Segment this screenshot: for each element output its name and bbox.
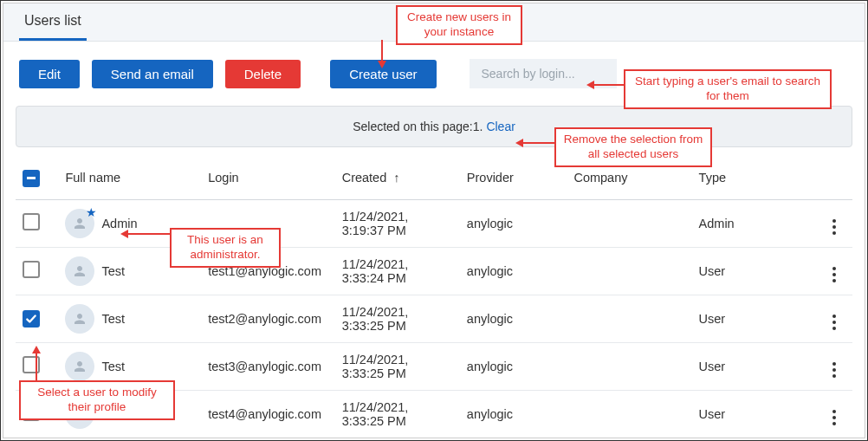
arrow-head-icon xyxy=(515,139,523,147)
selection-count: 1 xyxy=(473,120,480,133)
user-full-name: Test xyxy=(101,360,125,373)
row-checkbox[interactable] xyxy=(23,261,40,278)
user-login: test3@anylogic.com xyxy=(201,342,334,390)
annotation-clear: Remove the selection from all selected u… xyxy=(554,127,712,167)
user-company xyxy=(567,199,691,247)
arrow-line xyxy=(593,84,624,86)
row-menu-icon[interactable] xyxy=(826,362,843,378)
user-full-name: Test xyxy=(101,264,125,278)
annotation-select: Select a user to modify their profile xyxy=(19,380,175,420)
clear-selection-link[interactable]: Clear xyxy=(486,120,515,133)
col-full-name[interactable]: Full name xyxy=(65,171,120,185)
arrow-head-icon xyxy=(586,81,594,89)
annotation-search: Start typing a user's email to search fo… xyxy=(624,69,832,109)
admin-star-icon: ★ xyxy=(86,205,97,219)
sort-asc-icon: ↑ xyxy=(393,171,399,185)
user-login: test4@anylogic.com xyxy=(201,390,334,438)
user-type: User xyxy=(692,247,817,295)
user-company xyxy=(567,342,691,390)
table-header-row: Full name Login Created ↑ Provider Compa… xyxy=(16,156,852,199)
user-full-name: Admin xyxy=(101,217,137,230)
row-checkbox[interactable] xyxy=(23,356,40,373)
select-all-checkbox[interactable] xyxy=(23,170,40,187)
user-created: 11/24/2021, 3:33:25 PM xyxy=(335,390,460,438)
user-created: 11/24/2021, 3:33:25 PM xyxy=(335,342,460,390)
annotation-create-user: Create new users in your instance xyxy=(396,5,522,45)
row-checkbox[interactable] xyxy=(23,310,40,328)
user-company xyxy=(567,295,691,342)
send-email-button[interactable]: Send an email xyxy=(92,60,213,88)
user-type: User xyxy=(692,390,817,438)
arrow-line xyxy=(36,352,37,380)
user-company xyxy=(567,247,691,295)
user-created: 11/24/2021, 3:33:24 PM xyxy=(335,247,460,295)
row-checkbox[interactable] xyxy=(23,213,40,230)
user-provider: anylogic xyxy=(460,199,567,247)
col-type[interactable]: Type xyxy=(699,171,726,185)
user-provider: anylogic xyxy=(460,247,567,295)
row-menu-icon[interactable] xyxy=(826,410,843,425)
avatar xyxy=(65,256,94,286)
table-row: ★Admin11/24/2021, 3:19:37 PManylogicAdmi… xyxy=(16,199,852,247)
user-created: 11/24/2021, 3:33:25 PM xyxy=(335,295,460,342)
col-provider[interactable]: Provider xyxy=(467,171,514,185)
user-provider: anylogic xyxy=(460,295,567,342)
arrow-line xyxy=(381,40,383,62)
arrow-head-icon xyxy=(32,346,41,353)
user-type: Admin xyxy=(692,199,817,247)
arrow-line xyxy=(521,142,554,144)
page-title-tab[interactable]: Users list xyxy=(19,3,87,41)
delete-button[interactable]: Delete xyxy=(225,60,301,88)
col-created[interactable]: Created xyxy=(342,171,387,185)
user-provider: anylogic xyxy=(460,342,567,390)
user-full-name: Test xyxy=(101,312,125,326)
user-company xyxy=(567,390,691,438)
table-row: Testtest1@anylogic.com11/24/2021, 3:33:2… xyxy=(16,247,852,295)
annotation-admin: This user is an administrator. xyxy=(170,228,281,268)
avatar xyxy=(65,352,94,381)
col-login[interactable]: Login xyxy=(208,171,238,185)
selection-text-suffix: . xyxy=(479,120,483,133)
user-provider: anylogic xyxy=(460,390,567,438)
avatar xyxy=(65,304,94,334)
arrow-head-icon xyxy=(120,230,128,238)
selection-banner: Selected on this page: 1 . Clear xyxy=(16,106,852,147)
row-menu-icon[interactable] xyxy=(826,219,843,235)
user-created: 11/24/2021, 3:19:37 PM xyxy=(335,199,460,247)
row-menu-icon[interactable] xyxy=(826,267,843,282)
selection-text-prefix: Selected on this page: xyxy=(353,120,473,133)
row-menu-icon[interactable] xyxy=(826,315,843,330)
page-title: Users list xyxy=(24,13,81,29)
arrow-line xyxy=(126,233,170,235)
table-row: Testtest2@anylogic.com11/24/2021, 3:33:2… xyxy=(16,295,852,342)
arrow-head-icon xyxy=(378,61,386,68)
user-type: User xyxy=(692,342,817,390)
user-login: test2@anylogic.com xyxy=(201,295,334,342)
col-company[interactable]: Company xyxy=(573,171,627,185)
edit-button[interactable]: Edit xyxy=(19,60,80,88)
user-type: User xyxy=(692,295,817,342)
